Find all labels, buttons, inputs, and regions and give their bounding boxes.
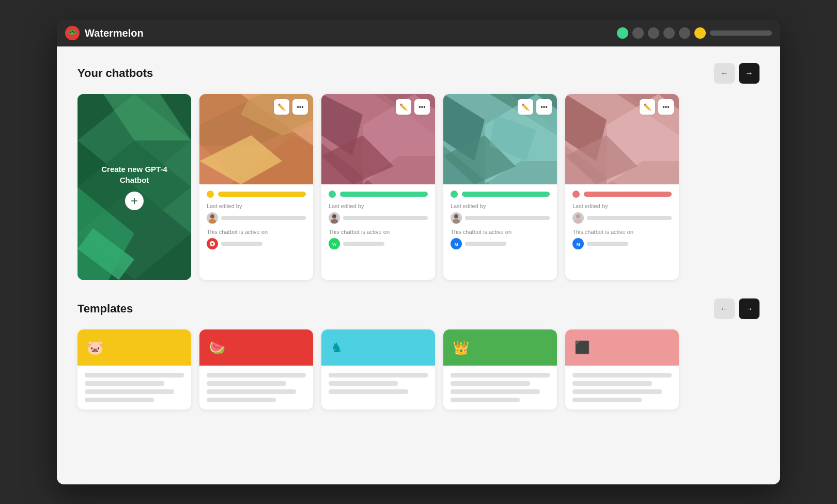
templates-section-title: Templates [78,302,133,316]
template-line [207,373,306,377]
template-line [451,398,520,402]
chatbots-prev-button[interactable]: ← [714,63,735,84]
template-card-4[interactable]: 👑 [443,329,557,410]
template-line [572,381,652,386]
chatbot-card-2-edit-button[interactable]: ✏️ [396,99,411,115]
chatbot-card-1-name-row [207,191,306,198]
chatbots-section-header: Your chatbots ← → [78,63,760,84]
svg-point-51 [576,214,580,218]
chatbot-card-2-more-button[interactable]: ••• [414,99,430,115]
chatbot-card-3-platform-icon: M [451,238,462,249]
window-btn-yellow[interactable] [694,27,706,39]
create-plus-button[interactable]: + [125,192,144,210]
chatbot-card-2-name-row [329,191,428,198]
chatbot-card-3-editor-row [451,212,550,224]
chatbot-card-3-edit-button[interactable]: ✏️ [518,99,533,115]
template-line [85,398,154,402]
chatbots-section-title: Your chatbots [78,67,153,80]
template-card-5[interactable]: ⬛ [565,329,679,410]
chatbot-card-2-platform-bar [343,242,384,246]
chatbot-card-4: ✏️ ••• Last edited by [565,94,679,280]
app-window: Watermelon Your chatbots ← → [57,20,780,484]
svg-text:W: W [332,242,337,247]
chatbot-card-4-edit-button[interactable]: ✏️ [640,99,655,115]
template-line [329,381,398,386]
template-card-2-icon: 🍉 [209,340,225,356]
template-card-1[interactable]: 🐷 [78,329,191,410]
template-line [572,373,672,377]
chatbot-card-2-image: ✏️ ••• [321,94,435,184]
window-btn-gray1[interactable] [632,27,644,39]
chatbot-card-2-platform-row: W [329,238,428,249]
chatbot-card-1-actions: ✏️ ••• [274,99,308,115]
chatbot-card-1-status-dot [207,191,214,198]
chatbot-card-1-platform-icon [207,238,218,249]
svg-point-20 [210,214,214,218]
chatbot-card-3-actions: ✏️ ••• [518,99,552,115]
svg-point-31 [331,219,338,224]
template-line [572,389,662,394]
main-content: Your chatbots ← → [57,46,780,484]
titlebar: Watermelon [57,20,780,46]
template-card-3-icon: ♞ [331,340,343,356]
template-card-1-header: 🐷 [78,329,191,366]
app-title: Watermelon [85,27,144,39]
chatbot-card-4-body: Last edited by This chatbot is active on [565,184,679,256]
template-card-2[interactable]: 🍉 [199,329,313,410]
template-card-2-body [199,366,313,410]
templates-prev-button[interactable]: ← [714,298,735,319]
window-btn-gray2[interactable] [648,27,659,39]
templates-next-button[interactable]: → [739,298,760,319]
chatbot-card-1-edit-button[interactable]: ✏️ [274,99,289,115]
window-btn-gray3[interactable] [663,27,675,39]
chatbot-card-4-platform-row: M [572,238,672,249]
chatbot-card-3-editor-bar [465,216,550,220]
svg-text:M: M [455,242,458,247]
template-card-4-header: 👑 [443,329,557,366]
chatbot-card-3-name-bar [462,192,550,197]
templates-grid: 🐷 🍉 [78,329,760,410]
chatbot-card-1-avatar [207,212,218,224]
chatbot-card-3-more-button[interactable]: ••• [536,99,552,115]
chatbot-card-4-platform-bar [587,242,628,246]
template-line [451,381,530,386]
template-card-5-header: ⬛ [565,329,679,366]
template-line [85,389,174,394]
chatbots-grid: Create new GPT-4Chatbot + [78,94,760,280]
svg-point-41 [454,214,458,218]
chatbots-nav-buttons: ← → [714,63,760,84]
chatbot-card-3-status-dot [451,191,458,198]
chatbot-card-4-editor-bar [587,216,672,220]
chatbot-card-3-avatar [451,212,462,224]
window-btn-gray4[interactable] [679,27,690,39]
chatbot-card-4-avatar [572,212,584,224]
template-line [329,389,408,394]
chatbot-card-1-active-label: This chatbot is active on [207,229,306,235]
chatbot-card-1: ✏️ ••• Last edited by [199,94,313,280]
chatbot-card-1-edited-label: Last edited by [207,203,306,209]
svg-point-2 [72,31,73,32]
chatbot-card-2-editor-bar [343,216,428,220]
template-line [207,389,296,394]
chatbot-card-1-platform-row [207,238,306,249]
create-chatbot-card[interactable]: Create new GPT-4Chatbot + [78,94,191,280]
template-line [85,373,184,377]
template-card-5-body [565,366,679,410]
chatbot-card-2-avatar [329,212,340,224]
chatbot-card-1-more-button[interactable]: ••• [292,99,308,115]
chatbot-card-3-body: Last edited by This chatbot is active on [443,184,557,256]
chatbot-card-2-active-label: This chatbot is active on [329,229,428,235]
chatbots-next-button[interactable]: → [739,63,760,84]
template-card-3-body [321,366,435,401]
create-chatbot-label: Create new GPT-4Chatbot [101,164,167,185]
template-line [451,373,550,377]
template-card-3[interactable]: ♞ [321,329,435,410]
chatbot-card-4-platform-icon: M [572,238,584,249]
chatbot-card-4-more-button[interactable]: ••• [658,99,674,115]
chatbot-card-3-name-row [451,191,550,198]
chatbot-card-4-actions: ✏️ ••• [640,99,674,115]
chatbot-card-4-name-bar [584,192,672,197]
window-btn-green[interactable] [617,27,628,39]
titlebar-controls [617,27,772,39]
svg-point-30 [332,214,336,218]
